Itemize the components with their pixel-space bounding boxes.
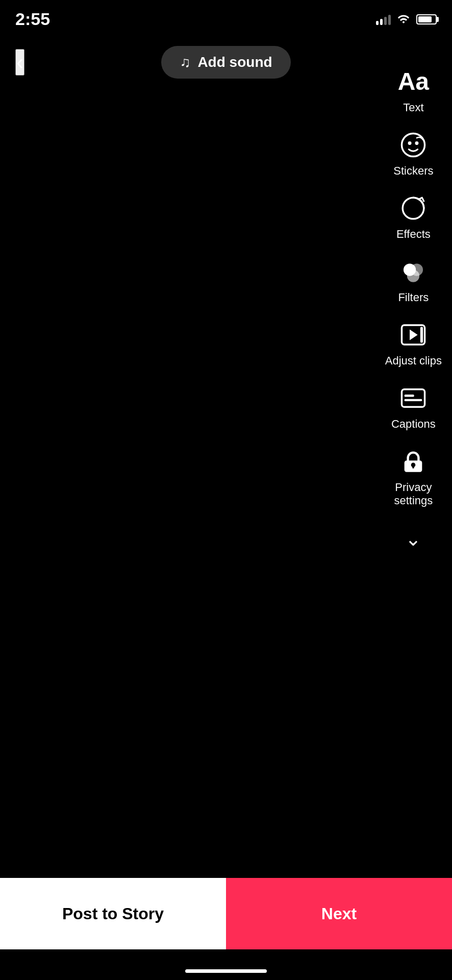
stickers-label: Stickers (393, 164, 433, 178)
svg-rect-10 (402, 389, 425, 407)
toolbar-item-privacy-settings[interactable]: Privacysettings (394, 446, 433, 507)
svg-point-1 (408, 141, 412, 145)
svg-rect-11 (405, 395, 414, 397)
text-label: Text (403, 101, 423, 114)
home-indicator (185, 969, 267, 973)
chevron-down-icon[interactable]: ⌄ (405, 528, 421, 550)
svg-point-0 (402, 133, 425, 156)
post-to-story-button[interactable]: Post to Story (0, 878, 226, 949)
add-sound-label: Add sound (197, 54, 272, 70)
filters-label: Filters (398, 291, 429, 304)
effects-label: Effects (396, 228, 431, 241)
top-toolbar: ‹ ♫ Add sound (0, 46, 452, 79)
music-note-icon: ♫ (180, 54, 190, 70)
right-toolbar: Aa Text Stickers Effects (385, 66, 442, 550)
svg-point-2 (415, 141, 419, 145)
privacy-settings-icon (398, 446, 429, 477)
add-sound-button[interactable]: ♫ Add sound (161, 46, 290, 79)
status-time: 2:55 (15, 9, 50, 29)
toolbar-item-adjust-clips[interactable]: Adjust clips (385, 320, 442, 368)
filters-icon (398, 256, 429, 287)
toolbar-item-stickers[interactable]: Stickers (393, 130, 433, 178)
wifi-icon (397, 12, 410, 27)
svg-rect-12 (405, 399, 422, 401)
svg-rect-15 (413, 465, 414, 469)
toolbar-item-captions[interactable]: Captions (391, 383, 436, 431)
svg-marker-8 (410, 330, 418, 340)
adjust-clips-icon (398, 320, 429, 350)
svg-point-6 (407, 270, 419, 282)
captions-icon (398, 383, 429, 413)
svg-rect-9 (420, 327, 423, 342)
battery-icon (416, 14, 437, 24)
next-button[interactable]: Next (226, 878, 452, 949)
back-button[interactable]: ‹ (15, 49, 24, 76)
toolbar-item-text[interactable]: Aa Text (398, 66, 429, 114)
stickers-icon (398, 130, 429, 160)
privacy-settings-label: Privacysettings (394, 481, 433, 507)
status-bar: 2:55 (0, 0, 452, 34)
bottom-buttons: Post to Story Next (0, 878, 452, 949)
toolbar-item-effects[interactable]: Effects (396, 193, 431, 241)
effects-icon (398, 193, 429, 224)
adjust-clips-label: Adjust clips (385, 354, 442, 368)
signal-icon (376, 14, 391, 25)
toolbar-item-filters[interactable]: Filters (398, 256, 429, 304)
text-icon: Aa (398, 66, 429, 97)
status-icons (376, 12, 437, 27)
captions-label: Captions (391, 418, 436, 431)
